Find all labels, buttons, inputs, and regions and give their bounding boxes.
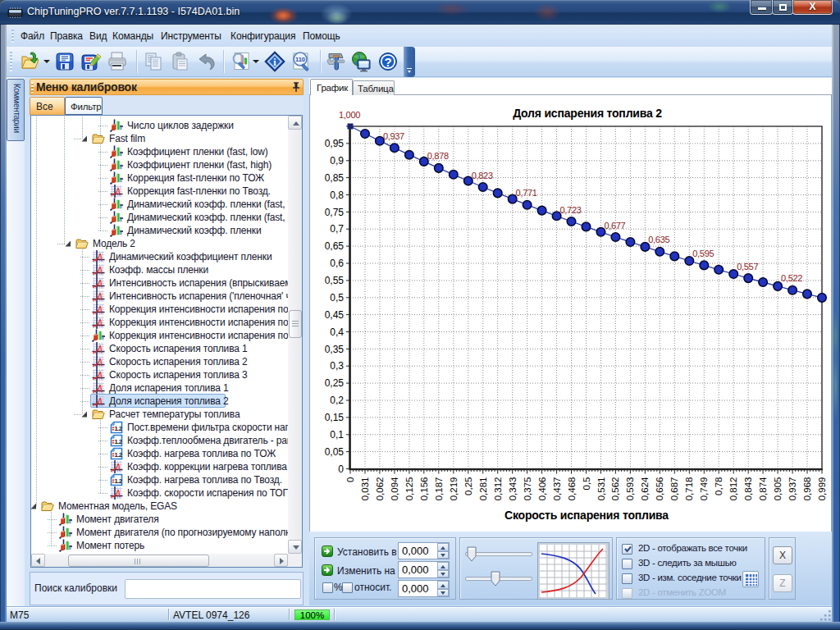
svg-text:0,723: 0,723	[559, 205, 581, 215]
svg-text:0,468: 0,468	[567, 477, 577, 501]
svg-text:110: 110	[295, 56, 305, 63]
svg-text:0,771: 0,771	[516, 188, 537, 198]
svg-text:0,5: 0,5	[582, 477, 591, 491]
svg-text:0,9: 0,9	[330, 155, 344, 167]
svg-text:0,562: 0,562	[610, 477, 620, 501]
svg-text:0: 0	[338, 463, 344, 475]
svg-text:0,281: 0,281	[478, 477, 488, 501]
svg-text:0,874: 0,874	[758, 477, 768, 500]
svg-text:0,677: 0,677	[604, 221, 625, 231]
svg-text:0,823: 0,823	[472, 171, 493, 180]
svg-text:0,375: 0,375	[523, 477, 532, 501]
svg-text:0,219: 0,219	[449, 477, 459, 501]
svg-text:1,000: 1,000	[339, 110, 360, 120]
svg-text:0,062: 0,062	[375, 477, 385, 501]
svg-text:0,749: 0,749	[699, 477, 709, 501]
svg-text:0,85: 0,85	[325, 172, 345, 184]
svg-text:0,65: 0,65	[325, 240, 345, 252]
svg-text:0,094: 0,094	[390, 477, 399, 500]
svg-text:0,55: 0,55	[325, 275, 345, 286]
svg-text:0: 0	[345, 477, 355, 482]
svg-text:0,999: 0,999	[817, 477, 827, 501]
svg-text:0,156: 0,156	[419, 477, 429, 501]
svg-text:0,45: 0,45	[325, 309, 345, 321]
svg-text:0,968: 0,968	[802, 477, 812, 501]
svg-text:?: ?	[384, 55, 391, 69]
svg-text:0,635: 0,635	[648, 235, 669, 244]
svg-text:Скорость испарения топлива: Скорость испарения топлива	[504, 509, 669, 522]
svg-text:0,78: 0,78	[714, 477, 724, 495]
svg-text:0,25: 0,25	[463, 477, 473, 495]
svg-text:0,031: 0,031	[360, 477, 370, 501]
svg-text:0,624: 0,624	[640, 477, 650, 500]
svg-text:0,687: 0,687	[669, 477, 679, 501]
svg-text:0,557: 0,557	[737, 262, 758, 272]
svg-text:Доля испарения топлива 2: Доля испарения топлива 2	[513, 107, 662, 120]
svg-text:0,437: 0,437	[552, 477, 562, 501]
svg-text:0,4: 0,4	[330, 326, 344, 338]
svg-text:0,531: 0,531	[596, 477, 606, 501]
svg-text:0,1: 0,1	[330, 429, 344, 441]
svg-text:1.2: 1.2	[114, 451, 121, 459]
svg-text:0,25: 0,25	[325, 377, 345, 389]
svg-text:0,95: 0,95	[325, 138, 345, 149]
svg-text:0,312: 0,312	[493, 477, 503, 501]
svg-text:0,5: 0,5	[330, 292, 344, 304]
svg-text:0,8: 0,8	[330, 189, 344, 201]
svg-text:0,125: 0,125	[404, 477, 414, 501]
svg-text:0,905: 0,905	[773, 477, 783, 501]
svg-text:0,35: 0,35	[325, 344, 345, 355]
svg-text:0,15: 0,15	[325, 412, 345, 423]
svg-text:0,718: 0,718	[684, 477, 694, 501]
svg-text:0,843: 0,843	[743, 477, 753, 501]
svg-text:0,593: 0,593	[625, 477, 635, 501]
svg-text:0,6: 0,6	[330, 258, 344, 269]
svg-text:0,937: 0,937	[788, 477, 797, 501]
svg-text:0,656: 0,656	[655, 477, 664, 501]
svg-text:0,937: 0,937	[383, 131, 404, 141]
svg-text:0,05: 0,05	[325, 446, 345, 458]
svg-text:0,595: 0,595	[692, 249, 714, 258]
svg-text:0,522: 0,522	[781, 273, 802, 283]
svg-text:0,187: 0,187	[434, 477, 444, 501]
svg-text:0,2: 0,2	[330, 395, 344, 406]
svg-text:1.2: 1.2	[114, 425, 121, 432]
svg-text:0,7: 0,7	[330, 223, 344, 235]
svg-text:1.2: 1.2	[114, 477, 121, 485]
svg-text:0,343: 0,343	[508, 477, 518, 501]
svg-text:0,75: 0,75	[325, 207, 345, 218]
svg-text:0,878: 0,878	[427, 151, 449, 161]
svg-text:1.2: 1.2	[114, 438, 121, 445]
svg-text:0,3: 0,3	[330, 360, 344, 372]
svg-text:0,812: 0,812	[728, 477, 738, 501]
svg-text:0,406: 0,406	[537, 477, 547, 501]
